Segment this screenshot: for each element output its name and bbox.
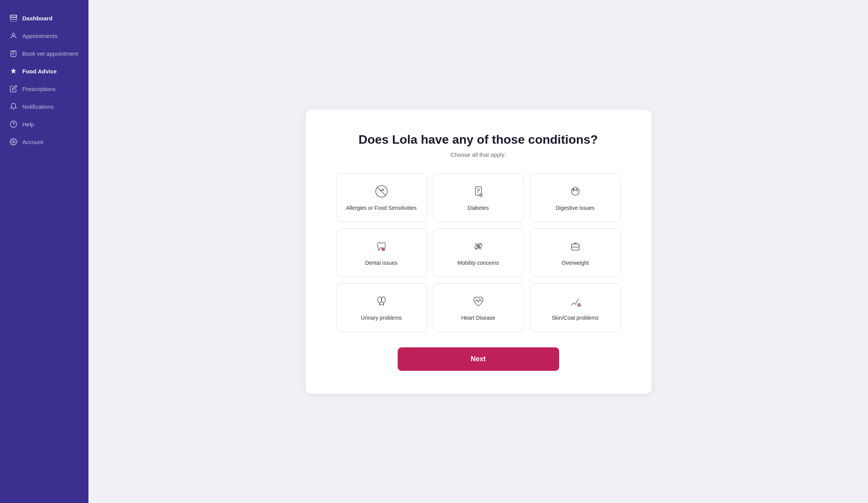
svg-point-3 [12,33,15,36]
condition-heart[interactable]: Heart Disease [433,283,524,332]
condition-label-allergies: Allergies or Food Sensitivities [346,205,417,211]
sidebar-label-account: Account [22,139,43,145]
sidebar-item-food-advice[interactable]: Food Advice [0,62,88,80]
svg-point-20 [571,188,579,195]
svg-rect-1 [10,17,17,19]
clipboard-icon [9,49,18,58]
sidebar-item-help[interactable]: Help [0,115,88,133]
gear-icon [9,138,18,146]
condition-label-digestive: Digestive issues [556,205,595,211]
sidebar-item-book-vet[interactable]: Book vet appointment [0,45,88,62]
sidebar-item-notifications[interactable]: Notifications [0,98,88,115]
heart-icon [471,294,485,310]
svg-rect-2 [10,20,17,22]
page-title: Does Lola have any of those conditions? [336,133,621,147]
condition-label-skin: Skin/Coat problems [551,315,598,321]
overweight-icon [568,239,582,255]
svg-point-12 [382,189,384,191]
sidebar: Dashboard Appointments Book vet appointm… [0,0,88,503]
condition-label-overweight: Overweight [561,260,589,266]
svg-point-21 [573,189,574,190]
condition-urinary[interactable]: Urinary problems [336,283,427,332]
page-subtitle: Choose all that apply: [336,151,621,158]
layers-icon [9,14,18,22]
condition-mobility[interactable]: Mobility concerns [433,228,524,277]
next-button[interactable]: Next [398,347,559,371]
sidebar-label-book-vet: Book vet appointment [22,50,78,57]
condition-overweight[interactable]: Overweight [530,228,621,277]
sidebar-item-dashboard[interactable]: Dashboard [0,9,88,27]
dental-icon [375,239,388,255]
condition-allergies[interactable]: Allergies or Food Sensitivities [336,173,427,222]
sidebar-label-appointments: Appointments [22,33,58,39]
condition-skin[interactable]: Skin/Coat problems [530,283,621,332]
urinary-icon [375,294,388,310]
conditions-grid: Allergies or Food Sensitivities Diabete [336,173,621,332]
sidebar-item-appointments[interactable]: Appointments [0,27,88,45]
person-icon [9,32,18,40]
svg-point-34 [378,297,382,303]
sparkle-icon [9,67,18,75]
mobility-icon [471,239,485,255]
condition-label-dental: Dental issues [365,260,397,266]
conditions-card: Does Lola have any of those conditions? … [305,110,651,394]
condition-label-mobility: Mobility concerns [457,260,499,266]
allergies-icon [375,184,388,200]
diabetes-icon [471,184,485,200]
sidebar-label-food-advice: Food Advice [22,68,57,75]
condition-label-urinary: Urinary problems [361,315,402,321]
main-content: Does Lola have any of those conditions? … [88,0,868,503]
help-icon [9,120,18,128]
sidebar-item-account[interactable]: Account [0,133,88,151]
svg-point-35 [382,297,385,303]
edit-icon [9,85,18,93]
sidebar-label-notifications: Notifications [22,103,54,110]
condition-label-heart: Heart Disease [461,315,495,321]
sidebar-item-prescriptions[interactable]: Prescriptions [0,80,88,98]
skin-icon [568,294,582,310]
condition-diabetes[interactable]: Diabetes [433,173,524,222]
condition-digestive[interactable]: Digestive issues [530,173,621,222]
sidebar-label-help: Help [22,121,34,128]
digestive-icon [568,184,582,200]
svg-rect-0 [10,15,17,17]
svg-point-9 [13,141,15,143]
condition-dental[interactable]: Dental issues [336,228,427,277]
svg-line-11 [378,188,385,195]
sidebar-label-dashboard: Dashboard [22,15,52,22]
sidebar-label-prescriptions: Prescriptions [22,86,56,92]
condition-label-diabetes: Diabetes [468,205,489,211]
bell-icon [9,102,18,111]
